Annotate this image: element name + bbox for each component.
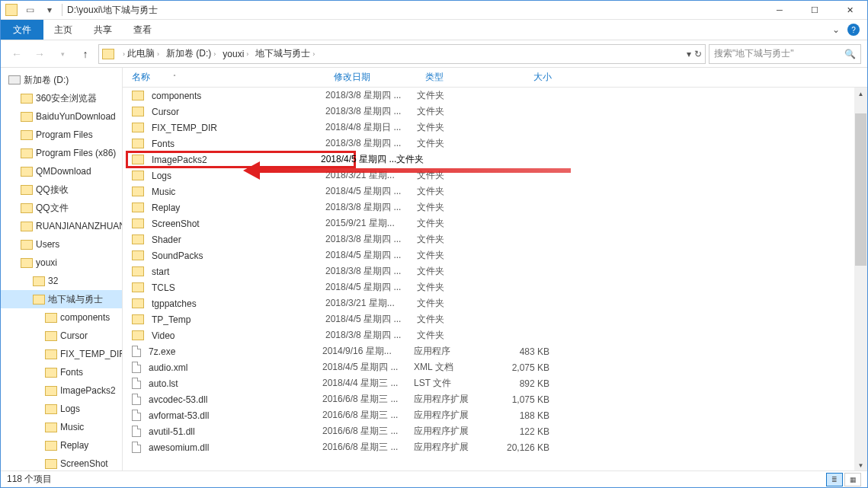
column-type[interactable]: 类型 (416, 71, 500, 84)
file-date: 2018/3/8 星期四 ... (325, 265, 417, 278)
ribbon-expand-icon[interactable]: ⌄ (832, 24, 840, 35)
tab-file[interactable]: 文件 (1, 20, 43, 40)
tree-item[interactable]: components (1, 308, 122, 327)
folder-icon (132, 107, 144, 116)
file-row[interactable]: Shader2018/3/8 星期四 ...文件夹 (123, 231, 867, 247)
file-type: 应用程序扩展 (414, 441, 498, 454)
file-row[interactable]: 7z.exe2014/9/16 星期...应用程序483 KB (123, 343, 867, 359)
breadcrumb-segment[interactable]: 新加卷 (D:)› (165, 47, 219, 60)
file-row[interactable]: avutil-51.dll2016/6/8 星期三 ...应用程序扩展122 K… (123, 423, 867, 439)
file-row[interactable]: Music2018/4/5 星期四 ...文件夹 (123, 183, 867, 199)
column-size[interactable]: 大小 (500, 71, 561, 84)
file-row[interactable]: TCLS2018/4/5 星期四 ...文件夹 (123, 279, 867, 295)
tree-item[interactable]: QMDownload (1, 162, 122, 180)
tree-item[interactable]: ScreenShot (1, 455, 122, 472)
forward-button[interactable]: → (30, 44, 50, 64)
column-name[interactable]: 名称˄ (123, 71, 325, 84)
file-name: start (152, 266, 325, 277)
tree-item-label: Replay (60, 440, 88, 451)
file-type: 文件夹 (417, 249, 501, 262)
folder-icon (33, 276, 45, 286)
tree-item[interactable]: ImagePacks2 (1, 381, 122, 400)
tree-item[interactable]: Logs (1, 400, 122, 418)
file-size: 2,075 KB (498, 362, 559, 373)
help-icon[interactable]: ? (847, 24, 860, 36)
tree-item[interactable]: 32 (1, 272, 122, 290)
tree-item[interactable]: Cursor (1, 327, 122, 345)
file-row[interactable]: avformat-53.dll2016/6/8 星期三 ...应用程序扩展188… (123, 407, 867, 423)
file-date: 2018/4/5 星期四 ... (325, 281, 417, 294)
file-row[interactable]: start2018/3/8 星期四 ...文件夹 (123, 263, 867, 279)
minimize-button[interactable]: ─ (762, 1, 797, 20)
tree-item[interactable]: Users (1, 235, 122, 254)
back-button[interactable]: ← (7, 44, 27, 64)
tree-item-label: Fonts (60, 367, 83, 378)
recent-dropdown-icon[interactable]: ▾ (53, 44, 72, 64)
up-button[interactable]: ↑ (75, 44, 95, 64)
tree-item[interactable]: QQ接收 (1, 180, 122, 199)
file-row[interactable]: ScreenShot2015/9/21 星期...文件夹 (123, 215, 867, 231)
address-bar[interactable]: ›此电脑› 新加卷 (D:)› youxi› 地下城与勇士› ▾ ↻ (98, 44, 706, 64)
file-row[interactable]: FIX_TEMP_DIR2018/4/8 星期日 ...文件夹 (123, 120, 867, 136)
file-icon (132, 426, 141, 437)
tree-item-label: 新加卷 (D:) (24, 74, 69, 87)
tree-item[interactable]: 新加卷 (D:) (1, 71, 122, 89)
tree-item[interactable]: Music (1, 418, 122, 436)
address-dropdown-icon[interactable]: ▾ (687, 49, 691, 59)
file-type: 文件夹 (417, 201, 501, 214)
tab-view[interactable]: 查看 (123, 20, 162, 40)
file-row[interactable]: audio.xml2018/4/5 星期四 ...XML 文档2,075 KB (123, 359, 867, 375)
breadcrumb-segment[interactable]: ›此电脑› (119, 47, 163, 60)
file-row[interactable]: avcodec-53.dll2016/6/8 星期三 ...应用程序扩展1,07… (123, 391, 867, 407)
view-details-button[interactable]: ≣ (826, 473, 843, 486)
qat-dropdown-icon[interactable]: ▾ (42, 2, 57, 18)
file-row[interactable]: Replay2018/3/8 星期四 ...文件夹 (123, 199, 867, 215)
file-row[interactable]: Video2018/3/8 星期四 ...文件夹 (123, 327, 867, 343)
tree-item[interactable]: BaiduYunDownload (1, 107, 122, 126)
tree-item[interactable]: Program Files (1, 126, 122, 144)
file-name: FIX_TEMP_DIR (152, 123, 325, 133)
column-date[interactable]: 修改日期 (325, 71, 416, 84)
view-icons-button[interactable]: ▦ (844, 473, 861, 486)
breadcrumb-segment[interactable]: 地下城与勇士› (254, 47, 319, 60)
file-row[interactable]: auto.lst2018/4/4 星期三 ...LST 文件892 KB (123, 375, 867, 391)
close-button[interactable]: ✕ (832, 1, 867, 20)
file-date: 2018/3/21 星期... (325, 169, 417, 182)
tab-home[interactable]: 主页 (43, 20, 83, 40)
tab-share[interactable]: 共享 (83, 20, 123, 40)
maximize-button[interactable]: ☐ (797, 1, 832, 20)
navigation-bar: ← → ▾ ↑ ›此电脑› 新加卷 (D:)› youxi› 地下城与勇士› ▾… (1, 40, 867, 68)
file-row[interactable]: Logs2018/3/21 星期...文件夹 (123, 167, 867, 183)
tree-item[interactable]: youxi (1, 254, 122, 272)
tree-item[interactable]: 地下城与勇士 (1, 290, 122, 308)
file-row[interactable]: components2018/3/8 星期四 ...文件夹 (123, 88, 867, 104)
file-row[interactable]: SoundPacks2018/4/5 星期四 ...文件夹 (123, 247, 867, 263)
file-row[interactable]: tgppatches2018/3/21 星期...文件夹 (123, 295, 867, 311)
file-row[interactable]: awesomium.dll2016/6/8 星期三 ...应用程序扩展20,12… (123, 439, 867, 455)
tree-item[interactable]: FIX_TEMP_DIR (1, 345, 122, 363)
scrollbar[interactable]: ▲ ▼ (854, 88, 867, 472)
scroll-up-icon[interactable]: ▲ (854, 88, 867, 100)
ribbon-tabs: 文件 主页 共享 查看 ⌄ ? (1, 20, 867, 40)
tree-item[interactable]: Program Files (x86) (1, 144, 122, 162)
file-name: avutil-51.dll (149, 426, 322, 437)
tree-item[interactable]: Fonts (1, 363, 122, 381)
file-row[interactable]: TP_Temp2018/4/5 星期四 ...文件夹 (123, 311, 867, 327)
search-input[interactable]: 搜索"地下城与勇士" 🔍 (709, 44, 861, 64)
refresh-icon[interactable]: ↻ (694, 49, 702, 59)
tree-item[interactable]: QQ文件 (1, 199, 122, 217)
scrollbar-thumb[interactable] (855, 113, 866, 266)
navigation-tree[interactable]: 新加卷 (D:)360安全浏览器BaiduYunDownloadProgram … (1, 68, 123, 472)
file-row[interactable]: Cursor2018/3/8 星期四 ...文件夹 (123, 104, 867, 120)
folder-icon (21, 148, 33, 158)
file-type: 文件夹 (417, 329, 501, 342)
breadcrumb-segment[interactable]: youxi› (221, 49, 252, 59)
tree-item[interactable]: Replay (1, 436, 122, 455)
file-date: 2016/6/8 星期三 ... (322, 409, 414, 422)
folder-icon (45, 313, 57, 323)
file-row[interactable]: Fonts2018/3/8 星期四 ...文件夹 (123, 136, 867, 152)
tree-item[interactable]: RUANJIANANZHUANG (1, 217, 122, 235)
qat-properties-icon[interactable]: ▭ (22, 2, 37, 18)
search-icon[interactable]: 🔍 (844, 49, 856, 59)
tree-item[interactable]: 360安全浏览器 (1, 89, 122, 107)
